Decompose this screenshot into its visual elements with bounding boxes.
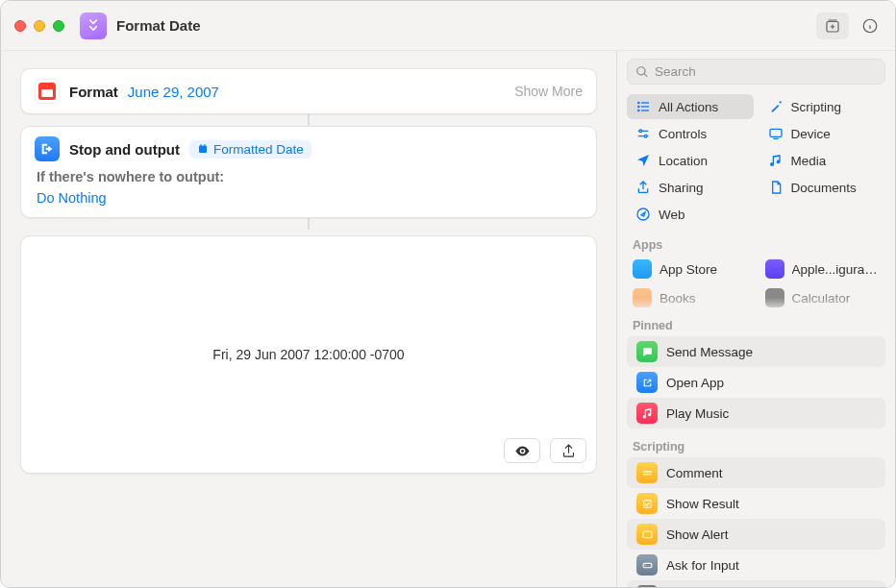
list-item-label: Play Music	[666, 406, 729, 421]
scripting-list: Comment Show Result Show Alert Ask for I…	[617, 455, 895, 587]
svg-rect-17	[643, 531, 652, 538]
quicklook-button[interactable]	[504, 438, 540, 463]
pinned-list: Send Message Open App Play Music	[617, 334, 895, 434]
action-show-result[interactable]: Show Result	[627, 488, 885, 519]
svg-rect-11	[641, 110, 649, 110]
list-icon	[635, 98, 652, 115]
zoom-window[interactable]	[53, 20, 64, 32]
app-store-icon	[633, 259, 652, 279]
nowhere-label: If there's nowhere to output:	[37, 169, 583, 184]
output-preview: Fri, 29 Jun 2007 12:00:00 -0700	[20, 235, 597, 474]
info-button[interactable]	[857, 12, 884, 39]
message-icon	[636, 341, 658, 362]
connector-line	[20, 218, 597, 230]
app-label: Calculator	[792, 291, 851, 306]
share-output-button[interactable]	[550, 438, 586, 463]
category-label: Location	[659, 154, 708, 168]
exit-icon	[35, 136, 60, 161]
calculator-icon	[765, 288, 784, 307]
svg-point-3	[521, 450, 524, 453]
close-window[interactable]	[14, 20, 26, 32]
format-date-value[interactable]: June 29, 2007	[128, 84, 219, 100]
category-label: Device	[791, 127, 831, 141]
token-label: Formatted Date	[213, 142, 304, 157]
action-open-app[interactable]: Open App	[627, 367, 885, 398]
app-configurator[interactable]: Apple...igurator	[759, 256, 886, 282]
svg-rect-7	[641, 102, 649, 103]
search-input[interactable]	[655, 64, 877, 79]
list-item-label: Show Result	[666, 497, 739, 511]
category-all-actions[interactable]: All Actions	[627, 94, 754, 119]
action-label: Stop and output	[69, 141, 180, 158]
category-scripting[interactable]: Scripting	[759, 94, 886, 119]
action-comment[interactable]: Comment	[627, 457, 885, 488]
app-label: Books	[660, 291, 696, 306]
section-header-pinned: Pinned	[617, 313, 895, 334]
category-media[interactable]: Media	[759, 148, 886, 173]
category-web[interactable]: Web	[627, 202, 754, 227]
category-label: Controls	[659, 127, 707, 141]
sigma-icon	[636, 585, 658, 587]
category-location[interactable]: Location	[627, 148, 754, 173]
app-label: Apple...igurator	[792, 262, 881, 277]
svg-point-13	[644, 135, 647, 137]
section-header-scripting: Scripting	[617, 434, 895, 455]
workflow-canvas: Format June 29, 2007 Show More Stop and …	[1, 51, 616, 587]
list-item-label: Send Message	[666, 345, 753, 359]
configurator-icon	[765, 259, 784, 279]
action-count[interactable]: Count	[627, 580, 885, 587]
music-note-icon	[767, 152, 784, 169]
action-format-date[interactable]: Format June 29, 2007 Show More	[20, 68, 597, 114]
category-sharing[interactable]: Sharing	[627, 175, 754, 200]
category-documents[interactable]: Documents	[759, 175, 886, 200]
wand-icon	[767, 98, 784, 115]
input-icon	[636, 554, 658, 576]
list-item-label: Show Alert	[666, 527, 729, 542]
show-more-button[interactable]: Show More	[514, 84, 583, 99]
category-label: Sharing	[659, 181, 704, 195]
output-fallback-option[interactable]: Do Nothing	[37, 190, 583, 206]
category-label: All Actions	[659, 100, 718, 114]
action-ask-for-input[interactable]: Ask for Input	[627, 550, 885, 580]
category-controls[interactable]: Controls	[627, 121, 754, 146]
svg-rect-18	[643, 563, 652, 567]
search-icon	[635, 65, 649, 79]
action-send-message[interactable]: Send Message	[627, 336, 885, 367]
sliders-icon	[635, 125, 652, 142]
app-app-store[interactable]: App Store	[627, 256, 754, 282]
app-books[interactable]: Books	[627, 284, 754, 311]
comment-icon	[636, 462, 658, 483]
music-icon	[636, 403, 658, 424]
action-show-alert[interactable]: Show Alert	[627, 519, 885, 550]
device-icon	[767, 125, 784, 142]
search-field[interactable]	[627, 59, 885, 85]
action-label: Format	[69, 84, 118, 100]
library-toggle-button[interactable]	[816, 12, 849, 39]
open-icon	[636, 372, 658, 393]
svg-point-8	[637, 106, 640, 109]
document-icon	[767, 179, 784, 196]
svg-point-12	[639, 130, 642, 133]
share-icon	[635, 179, 652, 196]
action-play-music[interactable]: Play Music	[627, 398, 885, 429]
svg-point-10	[637, 110, 640, 112]
svg-rect-0	[199, 146, 207, 154]
category-grid: All Actions Scripting Controls Device	[617, 92, 895, 233]
variable-token-formatted-date[interactable]: Formatted Date	[189, 140, 311, 159]
traffic-lights	[14, 20, 64, 32]
app-label: App Store	[660, 262, 717, 277]
minimize-window[interactable]	[34, 20, 45, 32]
svg-rect-2	[204, 144, 205, 146]
location-icon	[635, 152, 652, 169]
category-device[interactable]: Device	[759, 121, 886, 146]
action-stop-output[interactable]: Stop and output Formatted Date If there'…	[20, 126, 597, 218]
books-icon	[633, 288, 652, 307]
calendar-icon	[35, 79, 60, 104]
connector-line	[20, 114, 597, 126]
category-label: Documents	[791, 181, 857, 195]
result-icon	[636, 493, 658, 514]
app-calculator[interactable]: Calculator	[759, 284, 886, 311]
library-panel: All Actions Scripting Controls Device	[616, 51, 895, 587]
list-item-label: Open App	[666, 376, 724, 390]
output-text: Fri, 29 Jun 2007 12:00:00 -0700	[212, 347, 404, 362]
